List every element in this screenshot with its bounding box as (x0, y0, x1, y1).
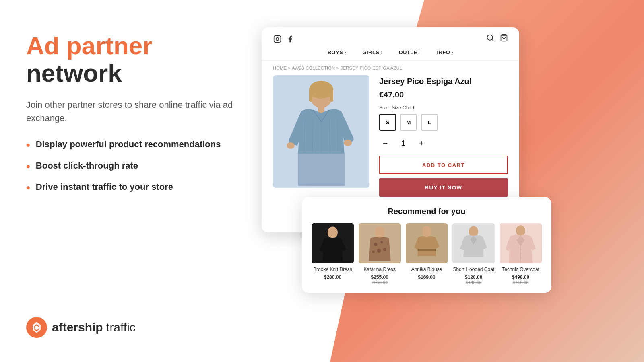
svg-rect-33 (417, 249, 436, 251)
aftership-logo-icon (26, 317, 47, 338)
rec-product-image-4 (452, 223, 495, 263)
rec-price-2: $255.00 (359, 274, 401, 280)
svg-point-25 (375, 226, 385, 238)
buy-now-button[interactable]: BUY IT NOW (379, 178, 508, 197)
size-m-button[interactable]: M (400, 114, 417, 131)
svg-rect-13 (318, 107, 324, 113)
rec-price-3: $169.00 (406, 274, 448, 280)
search-icon[interactable] (486, 34, 494, 44)
chevron-icon: › (345, 50, 347, 55)
size-options: S M L (379, 114, 508, 131)
features-list: Display powerful product recommendations… (26, 139, 252, 194)
rec-product-image-3 (406, 223, 448, 263)
svg-point-1 (35, 326, 39, 330)
rec-name-4: Short Hooded Coat (452, 267, 495, 273)
recommendation-panel: Recommend for you Brooke Knit Dress $280… (302, 197, 551, 293)
quantity-increase-button[interactable]: + (415, 137, 427, 149)
size-s-button[interactable]: S (379, 114, 396, 131)
rec-price-5: $498.00 (500, 274, 542, 280)
size-l-button[interactable]: L (421, 114, 438, 131)
store-topbar (273, 34, 508, 44)
rec-price-1: $280.00 (312, 274, 354, 280)
svg-point-4 (279, 37, 280, 37)
rec-price-4: $120.00 (452, 274, 495, 280)
svg-point-15 (344, 140, 352, 146)
rec-product-image-1 (312, 223, 354, 263)
quantity-row: − 1 + (379, 137, 508, 149)
product-area: Jersey Pico Espiga Azul €47.00 Size Size… (262, 75, 519, 197)
svg-point-14 (287, 142, 295, 149)
svg-point-30 (383, 248, 386, 251)
nav-info[interactable]: INFO › (437, 49, 453, 56)
svg-line-6 (492, 39, 493, 41)
svg-point-29 (372, 251, 374, 253)
svg-rect-12 (330, 90, 333, 102)
svg-point-23 (328, 226, 338, 238)
recommendation-items: Brooke Knit Dress $280.00 Katarina Dress… (312, 223, 542, 285)
recommendation-item-3[interactable]: Annika Blouse $169.00 (406, 223, 448, 285)
headline-line1: Ad partner (26, 32, 252, 60)
chevron-icon: › (452, 50, 453, 55)
svg-point-40 (520, 253, 521, 254)
left-panel: Ad partner network Join other partner st… (26, 32, 252, 203)
instagram-icon[interactable] (273, 35, 282, 43)
recommendation-item-5[interactable]: Technic Overcoat $498.00 $710.00 (500, 223, 542, 285)
product-info: Jersey Pico Espiga Azul €47.00 Size Size… (379, 75, 508, 197)
nav-boys[interactable]: BOYS › (328, 49, 347, 56)
rec-original-price-2: $356.00 (359, 280, 401, 285)
headline-line2: network (26, 60, 252, 87)
product-name: Jersey Pico Espiga Azul (379, 77, 508, 86)
recommendation-item-2[interactable]: Katarina Dress $255.00 $356.00 (359, 223, 401, 285)
svg-point-27 (380, 241, 383, 243)
rec-product-image-5 (500, 223, 542, 263)
svg-rect-21 (298, 154, 345, 186)
svg-point-39 (520, 249, 521, 250)
svg-point-41 (520, 257, 521, 259)
rec-name-2: Katarina Dress (359, 267, 401, 273)
store-header: BOYS › GIRLS › OUTLET INFO › (262, 27, 519, 61)
svg-point-32 (422, 226, 431, 237)
size-label: Size Size Chart (379, 105, 508, 111)
cart-icon[interactable] (500, 34, 508, 44)
store-nav: BOYS › GIRLS › OUTLET INFO › (273, 49, 508, 60)
size-chart-link[interactable]: Size Chart (392, 105, 414, 111)
rec-name-3: Annika Blouse (406, 267, 448, 273)
quantity-decrease-button[interactable]: − (379, 137, 391, 149)
logo-area: aftership traffic (26, 317, 136, 338)
rec-product-image-2 (359, 223, 401, 263)
nav-outlet[interactable]: OUTLET (398, 49, 421, 56)
logo-text: aftership traffic (52, 321, 136, 334)
feature-item: Drive instant traffic to your store (26, 182, 252, 194)
svg-point-3 (276, 37, 279, 40)
svg-point-28 (377, 249, 381, 253)
quantity-value: 1 (398, 139, 408, 148)
svg-rect-2 (274, 35, 281, 42)
header-actions (486, 34, 508, 44)
feature-item: Display powerful product recommendations (26, 139, 252, 152)
svg-rect-11 (309, 90, 312, 102)
svg-point-10 (309, 81, 333, 99)
product-image (273, 75, 369, 188)
rec-name-1: Brooke Knit Dress (312, 267, 354, 273)
facebook-icon[interactable] (286, 35, 295, 43)
add-to-cart-button[interactable]: ADD TO CART (379, 156, 508, 174)
feature-item: Boost click-through rate (26, 160, 252, 173)
chevron-icon: › (381, 50, 383, 55)
recommendation-item-4[interactable]: Short Hooded Coat $120.00 $140.00 (452, 223, 495, 285)
breadcrumb: HOME > AW20 COLLECTION > JERSEY PICO ESP… (262, 61, 519, 75)
recommendation-item-1[interactable]: Brooke Knit Dress $280.00 (312, 223, 354, 285)
rec-name-5: Technic Overcoat (500, 267, 542, 273)
svg-point-26 (374, 243, 377, 246)
subtitle: Join other partner stores to share onlin… (26, 98, 252, 125)
rec-original-price-5: $710.00 (500, 280, 542, 285)
rec-original-price-4: $140.00 (452, 280, 495, 285)
product-price: €47.00 (379, 90, 508, 99)
nav-girls[interactable]: GIRLS › (362, 49, 382, 56)
recommendation-title: Recommend for you (312, 207, 542, 216)
social-icons (273, 35, 295, 43)
